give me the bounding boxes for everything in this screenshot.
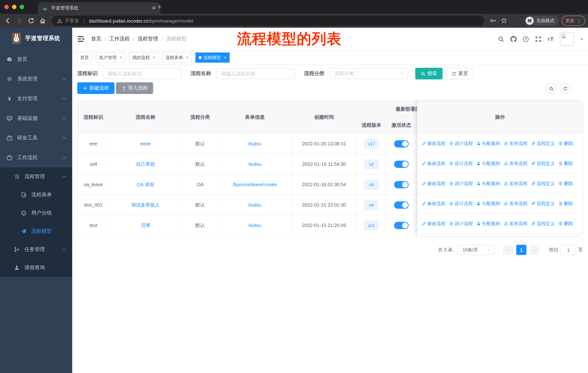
category-select[interactable]: 流程分类 (330, 68, 408, 79)
version-badge[interactable]: v17 (365, 139, 378, 148)
page-size-select[interactable]: 10条/页 (458, 245, 494, 255)
sidebar-item-home[interactable]: 首页 (0, 50, 72, 69)
sidebar-item-process-model[interactable]: 流程模型 (0, 222, 72, 240)
tag-首页[interactable]: 首页 (77, 52, 92, 63)
tab-close-icon[interactable]: ✕ (152, 5, 156, 11)
next-page-button[interactable]: › (529, 245, 539, 255)
action-gear-link[interactable]: 设计流程 (449, 221, 473, 227)
password-key-icon[interactable] (490, 18, 496, 24)
new-tab-button[interactable]: + (158, 3, 161, 11)
tag-close-icon[interactable]: × (120, 55, 122, 60)
active-toggle[interactable] (394, 222, 409, 229)
action-trash-link[interactable]: 删除 (558, 221, 573, 227)
address-bar[interactable]: 不安全 dashboard.yudao.iocoder.cn/bpm/manag… (52, 16, 484, 26)
font-size-icon[interactable]: TT (547, 36, 554, 42)
prev-page-button[interactable]: ‹ (503, 245, 513, 255)
sidebar-item-user-group[interactable]: 用户分组 (0, 204, 72, 222)
form-info-link[interactable]: biubiu (248, 161, 261, 167)
browser-update-button[interactable]: 更新 (562, 16, 585, 26)
tag-close-icon[interactable]: × (153, 55, 155, 60)
refresh-table-button[interactable] (560, 83, 570, 94)
action-gear-link[interactable]: 设计流程 (449, 201, 473, 207)
search-button[interactable]: 搜索 (415, 68, 442, 80)
action-edit-link[interactable]: 修改流程 (422, 221, 445, 227)
active-toggle[interactable] (394, 161, 409, 168)
sidebar-item-task-mgmt[interactable]: 任务管理 (0, 240, 72, 259)
active-toggle[interactable] (394, 201, 409, 209)
action-hand-link[interactable]: 发布流程 (504, 221, 527, 227)
sidebar-item-leave-query[interactable]: 请假查询 (0, 259, 72, 277)
back-icon[interactable] (4, 18, 11, 24)
create-process-button[interactable]: 新建流程 (77, 82, 115, 94)
action-user-link[interactable]: 分配规则 (476, 201, 500, 207)
sidebar-item-process-mgmt[interactable]: 流程管理 (0, 168, 72, 186)
breadcrumb-item[interactable]: 流程管理 (138, 36, 158, 42)
tag-我的流程[interactable]: 我的流程× (129, 52, 158, 63)
version-badge[interactable]: v4 (365, 200, 378, 210)
sidebar-item-devtools[interactable]: 研发工具 (0, 128, 72, 148)
sidebar-item-system[interactable]: 系统管理 (0, 69, 72, 89)
action-user-link[interactable]: 分配规则 (476, 221, 500, 227)
tag-close-icon[interactable]: × (224, 55, 226, 60)
home-icon[interactable] (39, 18, 46, 24)
form-info-link[interactable]: biubiu (248, 202, 261, 208)
maximize-window-button[interactable] (20, 5, 24, 9)
sidebar-collapse-icon[interactable] (77, 35, 84, 43)
action-trash-link[interactable]: 删除 (558, 161, 573, 167)
github-icon[interactable] (510, 36, 516, 42)
process-id-input[interactable] (103, 68, 181, 79)
reset-button[interactable]: 重置 (446, 68, 473, 80)
action-hand-link[interactable]: 发布流程 (504, 181, 527, 187)
process-name-input[interactable] (216, 68, 294, 79)
action-trash-link[interactable]: 删除 (558, 181, 573, 187)
process-name-link[interactable]: eeee (140, 141, 151, 146)
action-gear-link[interactable]: 设计流程 (449, 161, 473, 167)
version-badge[interactable]: v5 (365, 180, 378, 189)
sidebar-item-process-form[interactable]: 流程表单 (0, 186, 72, 204)
active-toggle[interactable] (394, 181, 409, 188)
minimize-window-button[interactable] (12, 5, 16, 9)
action-edit-link[interactable]: 修改流程 (422, 181, 445, 187)
action-trash-link[interactable]: 删除 (558, 141, 573, 147)
form-info-link[interactable]: biubiu (248, 141, 261, 146)
action-clip-link[interactable]: 流程定义 (531, 221, 555, 227)
action-clip-link[interactable]: 流程定义 (531, 161, 555, 167)
current-page-button[interactable]: 1 (516, 245, 526, 255)
sidebar-item-payment[interactable]: ¥支付管理 (0, 89, 72, 109)
browser-tab[interactable]: 芋道管理系统 ✕ (38, 2, 160, 14)
form-info-link[interactable]: /bpm/oa/leave/create (233, 182, 277, 187)
tag-流程表单[interactable]: 流程表单× (162, 52, 192, 63)
action-trash-link[interactable]: 删除 (558, 201, 573, 207)
toggle-search-button[interactable] (546, 83, 557, 94)
forward-icon[interactable] (16, 18, 23, 24)
search-icon[interactable] (498, 36, 504, 42)
action-hand-link[interactable]: 发布流程 (504, 141, 527, 147)
action-edit-link[interactable]: 修改流程 (422, 201, 445, 207)
menu-dots-icon[interactable] (577, 18, 581, 23)
tag-close-icon[interactable]: × (186, 55, 189, 60)
action-clip-link[interactable]: 流程定义 (531, 181, 555, 187)
sidebar-item-workflow[interactable]: 工作流程 (0, 148, 72, 168)
action-user-link[interactable]: 分配规则 (476, 141, 500, 147)
process-name-link[interactable]: 测试多审批人 (131, 202, 160, 208)
action-edit-link[interactable]: 修改流程 (422, 161, 445, 167)
breadcrumb-item[interactable]: 工作流程 (109, 36, 130, 42)
action-hand-link[interactable]: 发布流程 (504, 201, 527, 207)
help-icon[interactable]: ? (523, 36, 529, 42)
form-info-link[interactable]: biubiu (248, 222, 261, 228)
caret-down-icon[interactable] (580, 37, 584, 41)
bookmark-star-icon[interactable] (501, 18, 507, 24)
action-user-link[interactable]: 分配规则 (476, 161, 500, 167)
active-toggle[interactable] (394, 140, 409, 147)
process-name-link[interactable]: 自己审批 (136, 161, 155, 167)
breadcrumb-item[interactable]: 首页 (91, 36, 101, 42)
action-gear-link[interactable]: 设计流程 (449, 181, 473, 187)
import-process-button[interactable]: 导入流程 (116, 82, 153, 94)
version-badge[interactable]: v21 (365, 221, 378, 230)
action-gear-link[interactable]: 设计流程 (449, 141, 473, 147)
action-clip-link[interactable]: 流程定义 (531, 201, 555, 207)
tag-流程模型[interactable]: 流程模型× (195, 52, 230, 63)
fullscreen-icon[interactable] (535, 36, 541, 42)
avatar[interactable] (560, 32, 574, 46)
close-window-button[interactable] (4, 5, 9, 9)
